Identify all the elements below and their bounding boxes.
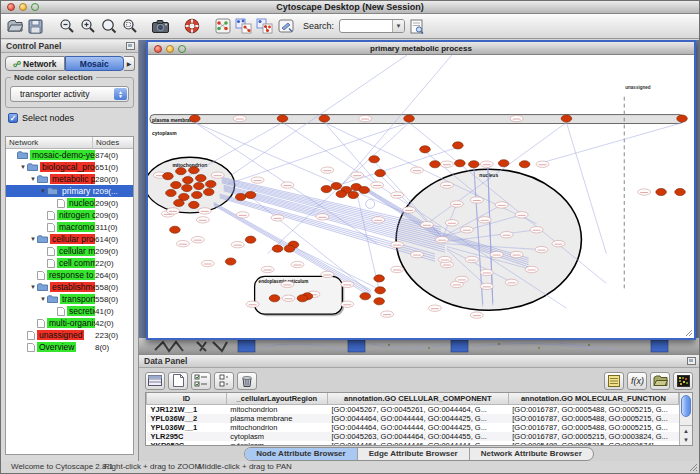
node-color-dropdown[interactable]: transporter activity ▲▼ xyxy=(10,86,129,102)
graph-node-label[interactable] xyxy=(440,182,453,188)
graph-node-label[interactable] xyxy=(381,311,394,317)
graph-node[interactable] xyxy=(369,156,380,163)
graph-node-label[interactable] xyxy=(536,161,549,167)
graph-node-label[interactable] xyxy=(445,220,458,226)
tree-row[interactable]: nucleobase-c209(0) xyxy=(6,197,133,209)
graph-node[interactable] xyxy=(430,161,441,168)
graph-node-label[interactable] xyxy=(638,189,651,195)
tree-row[interactable]: unassigned223(0) xyxy=(6,329,133,341)
graph-node[interactable] xyxy=(192,191,203,198)
graph-node-label[interactable] xyxy=(261,266,274,272)
graph-node-label[interactable] xyxy=(372,217,385,223)
graph-node[interactable] xyxy=(656,188,667,195)
graph-node-label[interactable] xyxy=(525,266,538,272)
graph-node[interactable] xyxy=(196,175,207,182)
tab-overflow-arrow[interactable]: ▶ xyxy=(124,56,135,71)
graph-node[interactable] xyxy=(375,287,386,294)
annotation-icon[interactable] xyxy=(276,17,295,36)
graph-node-label[interactable] xyxy=(391,266,404,272)
table-row[interactable]: YPL036W__2plasma membrane[GO:0044464, GO… xyxy=(147,414,679,423)
graph-node[interactable] xyxy=(176,168,187,175)
tree-row[interactable]: mosaic-demo-yeast874(0) xyxy=(6,149,133,161)
graph-node[interactable] xyxy=(469,161,480,168)
open-file-icon[interactable] xyxy=(5,17,24,36)
graph-node[interactable] xyxy=(235,193,246,200)
table-column-header[interactable]: _cellularLayoutRegion xyxy=(226,393,327,404)
graph-node-label[interactable] xyxy=(465,256,478,262)
graph-node[interactable] xyxy=(404,115,415,122)
table-column-header[interactable]: annotation.GO MOLECULAR_FUNCTION xyxy=(508,393,678,404)
graph-node[interactable] xyxy=(284,245,295,252)
tree-row[interactable]: macromolecule311(0) xyxy=(6,221,133,233)
graph-node[interactable] xyxy=(677,115,688,122)
graph-node-label[interactable] xyxy=(440,161,453,167)
disclosure-triangle-icon[interactable]: ▼ xyxy=(29,176,37,182)
import-attributes-icon[interactable] xyxy=(604,372,624,390)
zoom-button[interactable] xyxy=(31,3,39,11)
net-minimize-button[interactable] xyxy=(166,45,174,53)
table-cell[interactable]: YKR052C xyxy=(147,441,227,447)
select-nodes-checkbox[interactable]: ✓ xyxy=(8,113,18,123)
attribute-table[interactable]: ID_cellularLayoutRegionannotation.GO CEL… xyxy=(146,393,679,446)
table-cell[interactable]: [GO:0016787, GO:0005488, GO:0005215, G..… xyxy=(508,404,678,414)
graph-node-label[interactable] xyxy=(341,301,354,307)
minimize-button[interactable] xyxy=(19,3,27,11)
resize-grip-icon[interactable] xyxy=(688,462,698,472)
graph-node[interactable] xyxy=(348,191,359,198)
copy-view-style-icon[interactable] xyxy=(234,17,253,36)
table-cell[interactable]: [GO:0016787, GO:0005488, GO:0005215, G..… xyxy=(508,414,678,423)
graph-node-label[interactable] xyxy=(166,208,179,214)
scrollbar-arrows[interactable]: ▲▼ xyxy=(680,425,692,445)
compartment-plasma-membrane[interactable] xyxy=(150,115,683,124)
table-cell[interactable]: [GO:0016787, GO:0005488, GO:0005215, G..… xyxy=(508,423,678,432)
graph-node-label[interactable] xyxy=(411,251,424,257)
graph-node[interactable] xyxy=(245,236,256,243)
graph-node-label[interactable] xyxy=(435,237,448,243)
graph-node-label[interactable] xyxy=(201,260,214,266)
graph-node-label[interactable] xyxy=(490,251,503,257)
disclosure-triangle-icon[interactable]: ▼ xyxy=(39,296,47,302)
clear-attribute-icon[interactable] xyxy=(214,372,234,390)
zoom-in-icon[interactable] xyxy=(78,17,97,36)
attribute-matrix-icon[interactable] xyxy=(673,372,693,390)
tree-row[interactable]: multi-organism pro42(0) xyxy=(6,317,133,329)
table-cell[interactable]: YPL036W__2 xyxy=(147,414,227,423)
table-cell[interactable]: [GO:0044464, GO:0044444, GO:0044425, G..… xyxy=(327,414,508,423)
graph-node[interactable] xyxy=(225,258,236,265)
tree-row[interactable]: ▼metabolic process280(0) xyxy=(6,173,133,185)
search-dropdown-arrow[interactable]: ▼ xyxy=(392,20,404,32)
graph-node-label[interactable] xyxy=(316,214,329,220)
graph-node-label[interactable] xyxy=(535,246,548,252)
graph-node-label[interactable] xyxy=(233,115,246,121)
tree-col-network[interactable]: Network xyxy=(6,137,93,148)
graph-node-label[interactable] xyxy=(191,237,204,243)
graph-node-label[interactable] xyxy=(552,240,565,246)
graph-node-label[interactable] xyxy=(403,207,416,213)
graph-node-label[interactable] xyxy=(371,182,384,188)
graph-node-label[interactable] xyxy=(470,197,483,203)
graph-node-label[interactable] xyxy=(321,271,334,277)
graph-node-label[interactable] xyxy=(281,182,294,188)
graph-node-label[interactable] xyxy=(515,212,528,218)
table-cell[interactable]: [GO:0045263, GO:0044464, GO:0044455, G..… xyxy=(327,432,508,441)
tree-row[interactable]: ▼primary metabo209(... xyxy=(6,185,133,197)
table-cell[interactable]: YJR121W__1 xyxy=(147,404,227,414)
graph-node[interactable] xyxy=(189,167,200,174)
graph-node[interactable] xyxy=(170,226,181,233)
graph-node[interactable] xyxy=(163,173,174,180)
graph-node[interactable] xyxy=(205,181,216,188)
tree-row[interactable]: ▼biological_process651(0) xyxy=(6,161,133,173)
graph-node-label[interactable] xyxy=(231,241,244,247)
graph-node-label[interactable] xyxy=(291,261,304,267)
graph-node-label[interactable] xyxy=(505,279,518,285)
graph-node-label[interactable] xyxy=(500,232,513,238)
graph-node-label[interactable] xyxy=(211,172,224,178)
close-button[interactable] xyxy=(7,3,15,11)
table-cell[interactable]: cytoplasm xyxy=(226,441,327,447)
disclosure-triangle-icon[interactable]: ▼ xyxy=(29,284,37,290)
help-lifering-icon[interactable] xyxy=(182,17,201,36)
tree-row[interactable]: secretion41(0) xyxy=(6,305,133,317)
graph-node-label[interactable] xyxy=(176,240,189,246)
graph-node-label[interactable] xyxy=(530,227,543,233)
zoom-out-icon[interactable] xyxy=(57,17,76,36)
